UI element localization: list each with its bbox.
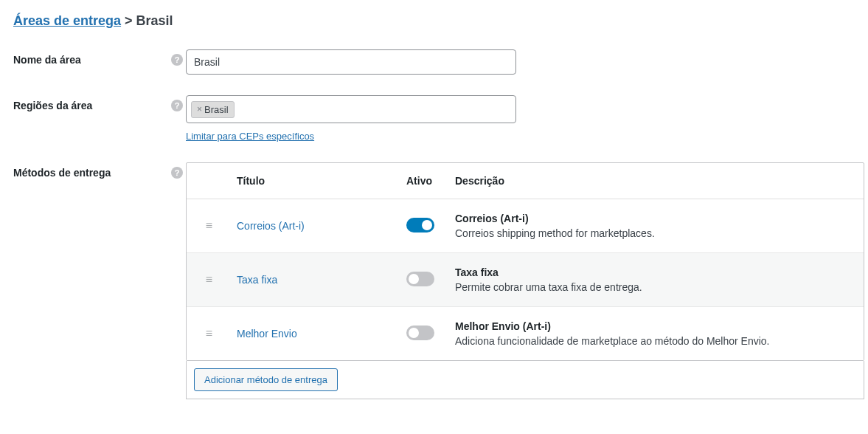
methods-footer: Adicionar método de entrega xyxy=(186,361,864,399)
col-title: Título xyxy=(232,175,402,187)
row-area-regions: Regiões da área ? ×Brasil Limitar para C… xyxy=(13,95,855,142)
help-icon[interactable]: ? xyxy=(171,54,183,66)
toggle-knob xyxy=(409,274,419,284)
row-area-name: Nome da área ? xyxy=(13,49,855,75)
table-row: ≡Melhor EnvioMelhor Envio (Art-i)Adicion… xyxy=(187,307,864,360)
region-tag-input[interactable]: ×Brasil xyxy=(186,95,516,123)
toggle-knob xyxy=(409,328,419,338)
field-area-name xyxy=(186,49,855,75)
field-area-regions: ×Brasil Limitar para CEPs específicos xyxy=(186,95,855,142)
help-icon[interactable]: ? xyxy=(171,100,183,111)
row-methods: Métodos de entrega ? Título Ativo Descri… xyxy=(13,162,855,399)
methods-head: Título Ativo Descrição xyxy=(187,163,864,199)
active-toggle[interactable] xyxy=(406,272,434,286)
method-title-link[interactable]: Melhor Envio xyxy=(237,328,297,340)
method-desc-text: Adiciona funcionalidade de marketplace a… xyxy=(455,335,859,347)
methods-table: Título Ativo Descrição ≡Correios (Art-i)… xyxy=(186,162,864,361)
method-desc-text: Correios shipping method for marketplace… xyxy=(455,227,859,239)
table-row: ≡Correios (Art-i)Correios (Art-i)Correio… xyxy=(187,199,864,253)
label-area-name: Nome da área ? xyxy=(13,49,186,66)
add-method-button[interactable]: Adicionar método de entrega xyxy=(194,368,338,391)
drag-handle-icon[interactable]: ≡ xyxy=(187,273,232,286)
area-name-input[interactable] xyxy=(186,49,516,75)
label-area-regions-text: Regiões da área xyxy=(13,100,92,111)
breadcrumb-root-link[interactable]: Áreas de entrega xyxy=(13,13,121,28)
table-row: ≡Taxa fixaTaxa fixaPermite cobrar uma ta… xyxy=(187,253,864,307)
close-icon[interactable]: × xyxy=(197,105,202,114)
method-desc-text: Permite cobrar uma taxa fixa de entrega. xyxy=(455,281,859,293)
active-toggle[interactable] xyxy=(406,326,434,340)
breadcrumb-sep: > xyxy=(121,13,136,28)
col-description: Descrição xyxy=(451,175,864,187)
label-methods-text: Métodos de entrega xyxy=(13,167,111,179)
label-methods: Métodos de entrega ? xyxy=(13,162,186,179)
breadcrumb: Áreas de entrega > Brasil xyxy=(13,13,855,29)
methods-body: ≡Correios (Art-i)Correios (Art-i)Correio… xyxy=(187,199,864,360)
drag-handle-icon[interactable]: ≡ xyxy=(187,327,232,340)
method-title-link[interactable]: Taxa fixa xyxy=(237,274,277,286)
method-desc-title: Melhor Envio (Art-i) xyxy=(455,320,859,332)
breadcrumb-current: Brasil xyxy=(136,13,173,28)
label-area-regions: Regiões da área ? xyxy=(13,95,186,111)
label-area-name-text: Nome da área xyxy=(13,54,81,66)
region-tag-label: Brasil xyxy=(204,104,229,115)
region-tag[interactable]: ×Brasil xyxy=(191,101,235,118)
field-methods: Título Ativo Descrição ≡Correios (Art-i)… xyxy=(186,162,864,399)
method-title-link[interactable]: Correios (Art-i) xyxy=(237,220,305,232)
active-toggle[interactable] xyxy=(406,218,434,232)
drag-handle-icon[interactable]: ≡ xyxy=(187,219,232,232)
help-icon[interactable]: ? xyxy=(171,167,183,179)
method-desc-title: Taxa fixa xyxy=(455,266,859,278)
limit-cep-link[interactable]: Limitar para CEPs específicos xyxy=(186,131,314,142)
toggle-knob xyxy=(422,220,432,230)
col-active: Ativo xyxy=(402,175,451,187)
method-desc-title: Correios (Art-i) xyxy=(455,213,859,224)
